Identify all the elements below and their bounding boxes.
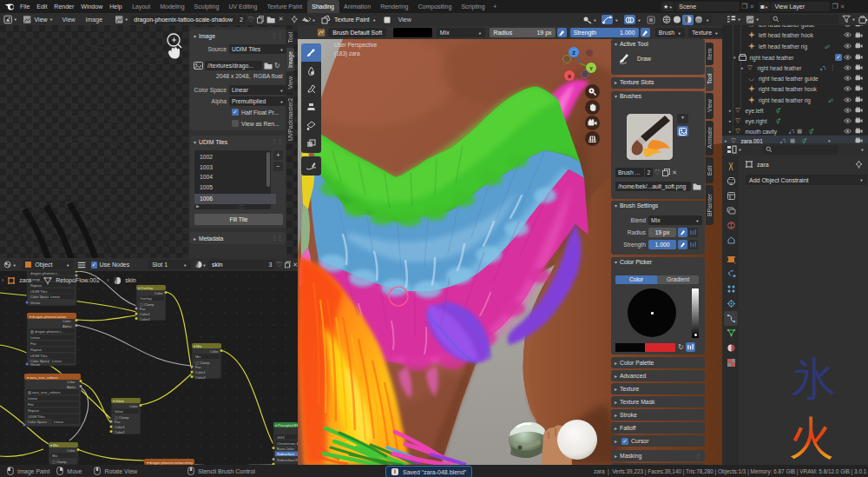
- svg-text:Vector: Vector: [30, 362, 41, 367]
- svg-text:▾ Overlay: ▾ Overlay: [138, 286, 153, 290]
- svg-text:Linear: Linear: [50, 295, 61, 299]
- svg-text:X: X: [568, 74, 571, 79]
- svg-text:Overlay: Overlay: [140, 296, 152, 301]
- svg-text:▾ Principled BSDF: ▾ Principled BSDF: [275, 423, 298, 427]
- svg-text:▾ zara_scar_colours: ▾ zara_scar_colours: [27, 375, 58, 380]
- svg-text:Y: Y: [589, 66, 593, 71]
- svg-text:User Perspective: User Perspective: [334, 42, 378, 49]
- svg-text:▧ dragon-phoenix-t...: ▧ dragon-phoenix-t...: [30, 329, 63, 334]
- svg-text:Linear: Linear: [28, 396, 38, 401]
- svg-text:Color1: Color1: [195, 370, 207, 374]
- svg-text:Z: Z: [572, 50, 575, 56]
- svg-text:Color Space: Color Space: [28, 420, 48, 424]
- svg-text:Color: Color: [129, 404, 138, 408]
- svg-text:Fac: Fac: [115, 420, 121, 424]
- svg-text:Color2: Color2: [115, 430, 126, 434]
- svg-text:▢ Clamp: ▢ Clamp: [52, 460, 67, 464]
- svg-text:UDIM Tiles: UDIM Tiles: [28, 414, 45, 419]
- svg-text:Color1: Color1: [115, 425, 126, 429]
- svg-text:(183) zara: (183) zara: [334, 50, 360, 57]
- svg-text:Color1: Color1: [140, 312, 151, 316]
- svg-text:▢ Clamp: ▢ Clamp: [115, 415, 129, 420]
- svg-text:Linear: Linear: [30, 335, 41, 340]
- svg-text:▾ dragon-phoenix-tattoo-shiny: ▾ dragon-phoenix-tattoo-shiny: [147, 460, 193, 465]
- svg-text:Color: Color: [67, 448, 76, 453]
- svg-text:Linear: Linear: [54, 420, 64, 424]
- svg-text:Base Color: Base Color: [277, 447, 294, 451]
- svg-text:UDIM Tiles: UDIM Tiles: [30, 354, 48, 358]
- svg-text:Mix: Mix: [195, 354, 201, 359]
- svg-text:UDIM Tiles: UDIM Tiles: [30, 289, 48, 294]
- svg-text:Flat: Flat: [28, 402, 35, 407]
- svg-text:▢ Clamp: ▢ Clamp: [140, 302, 155, 307]
- svg-text:Repeat: Repeat: [30, 348, 43, 352]
- svg-text:Flat: Flat: [30, 341, 37, 346]
- svg-text:Fac: Fac: [140, 307, 146, 311]
- svg-text:Christensen-Burl: Christensen-Burl: [277, 441, 298, 446]
- svg-text:▾ dragon-phoenix-tattoo: ▾ dragon-phoenix-tattoo: [30, 315, 67, 319]
- svg-text:Value: Value: [115, 409, 124, 414]
- svg-text:▾ Mix: ▾ Mix: [50, 443, 58, 447]
- svg-text:Mix: Mix: [52, 454, 57, 458]
- svg-text:Alpha: Alpha: [67, 385, 76, 389]
- svg-text:▢ Clamp: ▢ Clamp: [195, 361, 210, 365]
- svg-text:Alpha: Alpha: [62, 324, 72, 328]
- svg-text:Vector: Vector: [30, 301, 41, 305]
- svg-text:Subsurface Radi: Subsurface Radi: [277, 458, 298, 462]
- svg-text:Color: Color: [67, 380, 76, 384]
- svg-text:Color Space: Color Space: [30, 295, 50, 299]
- svg-text:▾ Mix: ▾ Mix: [194, 344, 201, 348]
- svg-text:Color: Color: [155, 291, 163, 295]
- svg-text:Linear: Linear: [52, 359, 62, 363]
- svg-text:Fac: Fac: [195, 365, 201, 369]
- svg-text:▧ zara_scar_colours: ▧ zara_scar_colours: [28, 390, 61, 394]
- svg-text:Color: Color: [210, 349, 219, 354]
- svg-text:GGX: GGX: [277, 435, 285, 440]
- svg-text:Repeat: Repeat: [28, 408, 40, 413]
- svg-text:▾ Value: ▾ Value: [113, 399, 125, 403]
- svg-text:Color2: Color2: [140, 317, 151, 321]
- svg-text:Color: Color: [62, 319, 71, 323]
- svg-text:Subsurface: Subsurface: [277, 452, 295, 456]
- svg-text:Color2: Color2: [195, 375, 207, 380]
